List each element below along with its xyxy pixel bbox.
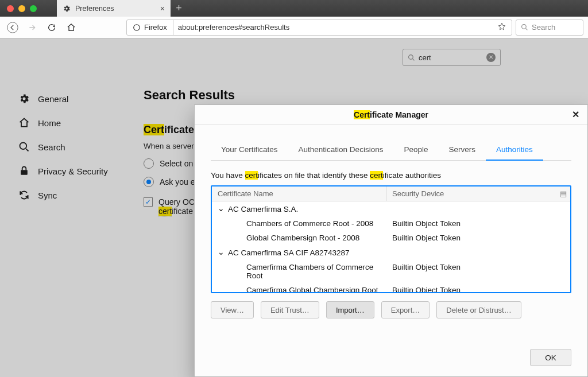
chevron-down-icon: ⌄	[218, 247, 225, 256]
bookmark-star-icon[interactable]	[498, 22, 512, 32]
browser-search-box[interactable]: Search	[516, 20, 583, 36]
window-titlebar: Preferences × +	[0, 0, 588, 17]
identity-box[interactable]: Firefox	[127, 20, 173, 35]
url-bar[interactable]: Firefox about:preferences#searchResults	[126, 20, 512, 36]
new-tab-button[interactable]: +	[171, 0, 187, 17]
dialog-close-button[interactable]: ✕	[572, 109, 579, 120]
dialog-tabs: Your Certificates Authentication Decisio…	[211, 139, 571, 161]
delete-button[interactable]: Delete or Distrust…	[436, 301, 521, 318]
dialog-title: Certificate Manager ✕	[195, 105, 587, 125]
window-close-button[interactable]	[7, 5, 14, 12]
firefox-icon	[133, 24, 141, 32]
home-button[interactable]	[63, 20, 79, 36]
export-button[interactable]: Export…	[381, 301, 430, 318]
tree-row[interactable]: Camerfirma Chambers of Commerce RootBuil…	[212, 260, 570, 283]
column-certificate-name[interactable]: Certificate Name	[212, 186, 386, 201]
svg-point-1	[134, 24, 140, 30]
search-placeholder: Search	[532, 23, 555, 32]
tab-servers[interactable]: Servers	[438, 139, 486, 160]
tree-group[interactable]: ⌄AC Camerfirma S.A.	[212, 201, 570, 216]
dialog-intro-text: You have certificates on file that ident…	[211, 171, 571, 180]
reload-button[interactable]	[44, 20, 60, 36]
highlight: cert	[245, 171, 258, 180]
chevron-down-icon: ⌄	[218, 204, 225, 213]
column-picker-icon[interactable]: ▤	[556, 186, 570, 201]
view-button[interactable]: View…	[211, 301, 254, 318]
browser-tab-preferences[interactable]: Preferences ×	[57, 0, 171, 17]
forward-button	[24, 20, 40, 36]
home-icon	[67, 23, 76, 32]
search-icon	[521, 24, 528, 31]
ok-button[interactable]: OK	[530, 349, 571, 366]
column-security-device[interactable]: Security Device	[386, 186, 556, 201]
tree-header: Certificate Name Security Device ▤	[212, 186, 570, 201]
tree-row[interactable]: Chambers of Commerce Root - 2008Builtin …	[212, 216, 570, 231]
tree-group[interactable]: ⌄AC Camerfirma SA CIF A82743287	[212, 245, 570, 260]
highlight: cert	[370, 171, 383, 180]
tab-authorities[interactable]: Authorities	[486, 139, 543, 161]
certificates-tree[interactable]: Certificate Name Security Device ▤ ⌄AC C…	[211, 185, 571, 293]
window-zoom-button[interactable]	[30, 5, 37, 12]
traffic-lights	[0, 5, 37, 12]
svg-point-0	[7, 22, 18, 32]
browser-toolbar: Firefox about:preferences#searchResults …	[0, 17, 588, 38]
reload-icon	[47, 23, 56, 32]
tab-people[interactable]: People	[393, 139, 438, 160]
tab-close-icon[interactable]: ×	[160, 4, 165, 13]
gear-icon	[63, 5, 71, 13]
import-button[interactable]: Import…	[326, 301, 374, 318]
arrow-right-icon	[28, 23, 37, 32]
window-minimize-button[interactable]	[18, 5, 25, 12]
certificate-manager-dialog: Certificate Manager ✕ Your Certificates …	[194, 104, 588, 377]
back-button[interactable]	[5, 20, 21, 36]
tab-your-certificates[interactable]: Your Certificates	[211, 139, 288, 160]
certificate-actions: View… Edit Trust… Import… Export… Delete…	[211, 301, 571, 318]
tab-title: Preferences	[75, 5, 160, 13]
tree-row[interactable]: Camerfirma Global Chambersign RootBuilti…	[212, 283, 570, 293]
highlight: Cert	[354, 110, 370, 119]
url-text: about:preferences#searchResults	[173, 23, 498, 32]
identity-label: Firefox	[144, 23, 167, 32]
tab-authentication-decisions[interactable]: Authentication Decisions	[288, 139, 394, 160]
tree-row[interactable]: Global Chambersign Root - 2008Builtin Ob…	[212, 231, 570, 245]
edit-trust-button[interactable]: Edit Trust…	[261, 301, 319, 318]
svg-point-2	[522, 25, 527, 29]
arrow-left-icon	[7, 22, 18, 33]
